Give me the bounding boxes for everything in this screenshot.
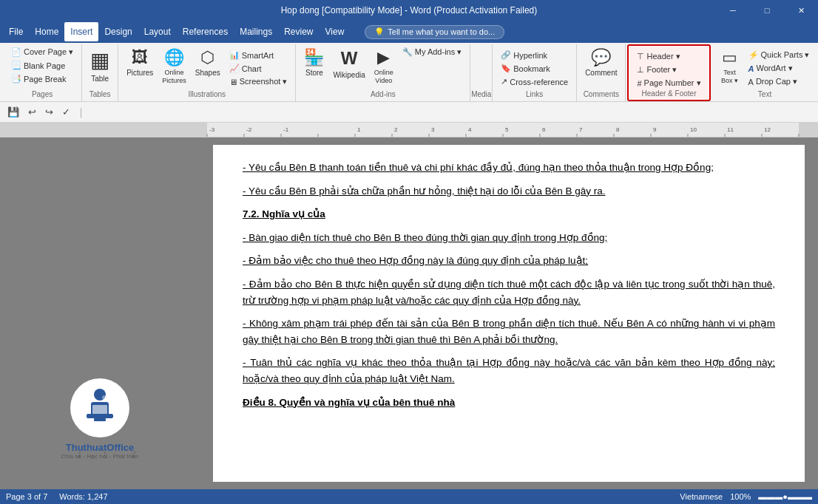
wikipedia-button[interactable]: W Wikipedia <box>329 46 368 82</box>
illus-column2: 📊 SmartArt 📈 Chart 🖥 Screenshot ▾ <box>226 46 291 88</box>
text-box-button[interactable]: ▭ TextBox ▾ <box>717 46 743 87</box>
bookmark-button[interactable]: 🔖 Bookmark <box>497 62 572 75</box>
cross-reference-button[interactable]: ↗ Cross-reference <box>497 75 572 88</box>
text-label: Text <box>758 90 771 100</box>
screenshot-button[interactable]: 🖥 Screenshot ▾ <box>226 75 291 88</box>
paragraph-6: - Đảm bảo cho Bên B thực hiện quyền sử d… <box>243 276 775 308</box>
menu-layout[interactable]: Layout <box>138 22 177 41</box>
online-pictures-button[interactable]: 🌐 OnlinePictures <box>158 46 190 87</box>
redo-button[interactable]: ↪ <box>42 105 56 119</box>
my-addins-button[interactable]: 🔧 My Add-ins ▾ <box>399 46 465 58</box>
svg-text:1: 1 <box>357 126 361 133</box>
document-area: ThuthuatOffice Chia sẻ - Học hỏi - Phát … <box>0 137 818 489</box>
svg-rect-34 <box>87 414 113 418</box>
ruler-marks: -3 -2 -1 1 2 3 4 5 6 7 8 9 10 <box>0 123 818 137</box>
logo-svg <box>78 386 122 430</box>
addins-column2: 🔧 My Add-ins ▾ <box>399 46 465 76</box>
chart-button[interactable]: 📈 Chart <box>226 62 291 75</box>
zoom-slider[interactable]: ▬▬▬●▬▬▬ <box>758 492 812 501</box>
svg-text:8: 8 <box>616 126 620 133</box>
svg-text:12: 12 <box>764 126 771 133</box>
hf-column: ⊤ Header ▾ ⊥ Footer ▾ # Page Number ▾ <box>633 47 704 89</box>
footer-button[interactable]: ⊥ Footer ▾ <box>633 64 704 76</box>
page-number-button[interactable]: # Page Number ▾ <box>633 77 704 89</box>
header-footer-buttons: ⊤ Header ▾ ⊥ Footer ▾ # Page Number ▾ <box>633 47 704 89</box>
my-addins-icon: 🔧 <box>402 47 413 57</box>
svg-text:9: 9 <box>653 126 657 133</box>
ribbon-group-addins: 🏪 Store W Wikipedia ▶ OnlineVideo 🔧 My A… <box>296 44 470 101</box>
paragraph-8: - Tuân thủ các nghĩa vụ khác theo thỏa t… <box>243 355 775 386</box>
ribbon-group-comments: 💬 Comment Comments <box>577 44 626 101</box>
left-sidebar: ThuthuatOffice Chia sẻ - Học hỏi - Phát … <box>0 137 200 489</box>
illustrations-buttons: 🖼 Pictures 🌐 OnlinePictures ⬡ Shapes 📊 S… <box>123 46 291 90</box>
minimize-button[interactable]: ─ <box>716 0 750 21</box>
language: Vietnamese <box>680 492 723 501</box>
ribbon-group-header-footer: ⊤ Header ▾ ⊥ Footer ▾ # Page Number ▾ He… <box>627 44 710 101</box>
close-button[interactable]: ✕ <box>784 0 818 21</box>
ribbon: 📄 Cover Page ▾ 📃 Blank Page 📑 Page Break… <box>0 43 818 102</box>
logo-subtext: Chia sẻ - Học hỏi - Phát triển <box>61 453 139 460</box>
menu-mailings[interactable]: Mailings <box>234 22 278 41</box>
spell-check-button[interactable]: ✓ <box>59 105 73 119</box>
maximize-button[interactable]: □ <box>750 0 784 21</box>
menu-home[interactable]: Home <box>29 22 64 41</box>
quick-parts-button[interactable]: ⚡ Quick Parts ▾ <box>745 49 814 61</box>
wordart-icon: A <box>748 64 754 73</box>
svg-text:3: 3 <box>431 126 435 133</box>
svg-text:-2: -2 <box>246 126 252 133</box>
document-page[interactable]: - Yêu cầu Bên B thanh toán tiền thuê và … <box>213 145 805 482</box>
cover-page-button[interactable]: 📄 Cover Page ▾ <box>7 46 77 58</box>
ribbon-group-links: 🔗 Hyperlink 🔖 Bookmark ↗ Cross-reference… <box>493 44 577 101</box>
title-bar: Hop dong [Compatibility Mode] - Word (Pr… <box>0 0 818 21</box>
paragraph-2: - Yêu cầu Bên B phải sửa chữa phần hư hỏ… <box>243 183 775 200</box>
logo-image <box>70 378 129 437</box>
logo-area: ThuthuatOffice Chia sẻ - Học hỏi - Phát … <box>61 378 139 460</box>
menu-references[interactable]: References <box>177 22 234 41</box>
svg-text:10: 10 <box>690 126 697 133</box>
pages-column: 📄 Cover Page ▾ 📃 Blank Page 📑 Page Break <box>7 46 77 85</box>
save-button[interactable]: 💾 <box>4 105 22 119</box>
menu-bar: File Home Insert Design Layout Reference… <box>0 21 818 43</box>
menu-insert[interactable]: Insert <box>64 22 98 41</box>
pages-label: Pages <box>32 90 53 100</box>
menu-view[interactable]: View <box>320 22 351 41</box>
paragraph-5: - Đảm bảo việc cho thuê theo Hợp đồng nà… <box>243 253 775 269</box>
store-icon: 🏪 <box>304 48 324 67</box>
word-count: Words: 1,247 <box>59 492 107 501</box>
cover-page-icon: 📄 <box>11 47 21 57</box>
page-number-icon: # <box>637 79 641 88</box>
paragraph-4: - Bàn giao diện tích thuê cho Bên B theo… <box>243 230 775 246</box>
ribbon-group-illustrations: 🖼 Pictures 🌐 OnlinePictures ⬡ Shapes 📊 S… <box>118 44 296 101</box>
drop-cap-button[interactable]: A Drop Cap ▾ <box>745 75 814 88</box>
text-column: ⚡ Quick Parts ▾ A WordArt ▾ A Drop Cap ▾ <box>745 46 814 88</box>
text-box-icon: ▭ <box>722 48 737 67</box>
store-button[interactable]: 🏪 Store <box>300 46 328 80</box>
logo-text: ThuthuatOffice <box>66 442 134 453</box>
page-break-button[interactable]: 📑 Page Break <box>7 72 77 85</box>
online-pictures-icon: 🌐 <box>164 48 184 67</box>
header-button[interactable]: ⊤ Header ▾ <box>633 50 704 63</box>
comment-button[interactable]: 💬 Comment <box>581 46 621 80</box>
tables-buttons: ▦ Table <box>87 46 113 90</box>
lightbulb-icon: 💡 <box>374 27 385 37</box>
menu-design[interactable]: Design <box>98 22 138 41</box>
document-title: Hop dong [Compatibility Mode] - Word (Pr… <box>281 5 538 16</box>
wikipedia-icon: W <box>341 48 358 69</box>
hyperlink-button[interactable]: 🔗 Hyperlink <box>497 49 572 61</box>
ribbon-group-tables: ▦ Table Tables <box>82 44 118 101</box>
undo-button[interactable]: ↩ <box>25 105 39 119</box>
shapes-button[interactable]: ⬡ Shapes <box>192 46 224 80</box>
svg-rect-35 <box>94 418 106 421</box>
menu-review[interactable]: Review <box>278 22 319 41</box>
status-right: Vietnamese 100% ▬▬▬●▬▬▬ <box>680 492 812 501</box>
table-button[interactable]: ▦ Table <box>87 46 113 86</box>
blank-page-button[interactable]: 📃 Blank Page <box>7 59 77 72</box>
menu-file[interactable]: File <box>3 22 29 41</box>
smartart-button[interactable]: 📊 SmartArt <box>226 49 291 61</box>
paragraph-9: Điều 8. Quyền và nghĩa vụ của bên thuê n… <box>243 395 775 411</box>
chart-icon: 📈 <box>229 64 240 73</box>
online-video-button[interactable]: ▶ OnlineVideo <box>371 46 397 87</box>
tell-me-input[interactable]: 💡 Tell me what you want to do... <box>365 25 504 39</box>
wordart-button[interactable]: A WordArt ▾ <box>745 62 814 75</box>
pictures-button[interactable]: 🖼 Pictures <box>123 46 157 80</box>
